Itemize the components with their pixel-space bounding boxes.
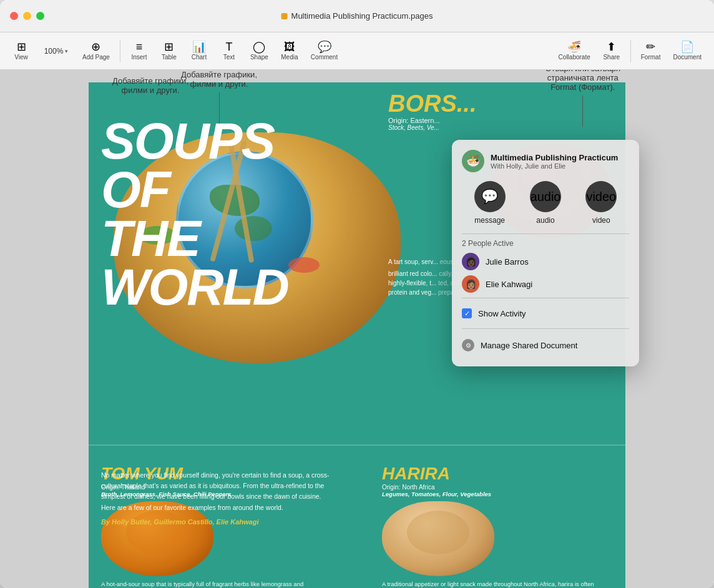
authors-label: By Holly Butler, Guillermo Castillo, Eli…: [101, 518, 258, 526]
insert-icon: ≡: [136, 41, 143, 52]
toolbar-separator-2: [630, 40, 631, 62]
collaborate-label: Collaborate: [559, 54, 590, 61]
bottom-paragraph-area: No matter where you find yourself dining…: [101, 470, 332, 513]
collab-actions: 💬 message audio audio video video: [462, 181, 629, 225]
video-button[interactable]: video: [585, 181, 617, 212]
collab-doc-title: Multimedia Publishing Practicum: [491, 153, 618, 162]
people-active-label: 2 People Active: [462, 239, 629, 248]
insert-label: Insert: [131, 54, 147, 61]
message-label: message: [474, 216, 505, 225]
harira-ingredients: Legumes, Tomatoes, Flour, Vegetables: [382, 491, 619, 497]
format-icon: ✏: [646, 41, 655, 52]
comment-button[interactable]: 💬 Comment: [306, 39, 343, 63]
view-button[interactable]: ⊞ View: [7, 39, 35, 63]
message-icon: 💬: [481, 189, 498, 205]
elie-name: Elie Kahwagi: [486, 280, 532, 289]
message-action[interactable]: 💬 message: [474, 181, 506, 225]
julie-avatar: 👩🏿: [462, 253, 479, 270]
chart-icon: 📊: [192, 41, 206, 52]
table-button[interactable]: ⊞ Table: [155, 39, 183, 63]
add-page-button[interactable]: ⊕ Add Page: [77, 39, 115, 63]
text-icon: T: [225, 41, 232, 52]
document-icon: 📄: [680, 41, 694, 52]
add-page-icon: ⊕: [91, 41, 100, 52]
shape-button[interactable]: ◯ Shape: [245, 39, 273, 63]
show-activity-option[interactable]: ✓ Show Activity: [462, 303, 629, 323]
collab-doc-subtitle: With Holly, Julie and Elie: [491, 162, 618, 170]
insert-button[interactable]: ≡ Insert: [125, 39, 153, 63]
audio-action[interactable]: audio audio: [530, 181, 561, 225]
show-activity-label: Show Activity: [478, 309, 526, 318]
harira-section: HARIRA Origin: North Africa Legumes, Tom…: [382, 464, 619, 588]
toolbar: ⊞ View 100% ▾ ⊕ Add Page ≡ Insert ⊞ Tabl…: [0, 32, 714, 70]
traffic-lights: [0, 12, 44, 20]
title-line3: THE: [101, 214, 288, 263]
collab-header: 🍜 Multimedia Publishing Practicum With H…: [462, 150, 629, 172]
authors-text: By Holly Butler, Guillermo Castillo, Eli…: [101, 516, 258, 527]
chart-button[interactable]: 📊 Chart: [185, 39, 213, 63]
shape-label: Shape: [250, 54, 268, 61]
audio-label: audio: [536, 216, 554, 225]
borscht-origin: Origin: Eastern...: [388, 117, 619, 124]
document-label: Document: [673, 54, 702, 61]
zoom-value: 100%: [44, 47, 64, 56]
audio-button[interactable]: audio: [530, 181, 561, 212]
app-window: Multimedia Publishing Practicum.pages ⊞ …: [0, 0, 714, 588]
media-button[interactable]: 🖼 Media: [276, 39, 303, 63]
collab-divider-3: [462, 328, 629, 329]
harira-desc: A traditional appetizer or light snack m…: [382, 580, 607, 588]
person-elie[interactable]: 👩🏽 Elie Kahwagi: [462, 275, 629, 293]
elie-avatar: 👩🏽: [462, 275, 479, 293]
video-action[interactable]: video video: [585, 181, 617, 225]
text-button[interactable]: T Text: [215, 39, 243, 63]
checkmark-icon: ✓: [464, 310, 470, 318]
close-button[interactable]: [10, 12, 18, 20]
share-icon: ⬆: [607, 41, 616, 52]
minimize-button[interactable]: [23, 12, 31, 20]
add-page-label: Add Page: [82, 54, 110, 61]
share-label: Share: [603, 54, 620, 61]
collaborate-icon: 🍜: [567, 41, 581, 52]
collab-divider-1: [462, 233, 629, 234]
table-icon: ⊞: [164, 41, 174, 52]
format-label: Format: [641, 54, 661, 61]
title-line4: WORLD: [101, 263, 288, 311]
collaborate-dropdown: 🍜 Multimedia Publishing Practicum With H…: [452, 140, 639, 366]
collab-divider-2: [462, 298, 629, 298]
document-button[interactable]: 📄 Document: [668, 39, 707, 63]
share-button[interactable]: ⬆ Share: [598, 39, 625, 63]
media-icon: 🖼: [284, 41, 295, 52]
chart-label: Chart: [192, 54, 207, 61]
harira-name: HARIRA: [382, 464, 619, 484]
title-line1: SOUPS: [101, 117, 288, 165]
comment-label: Comment: [311, 54, 338, 61]
message-button[interactable]: 💬: [474, 181, 506, 212]
title-line2: OF: [101, 165, 288, 214]
borscht-ingredients: Stock, Beets, Ve...: [388, 124, 619, 131]
view-icon: ⊞: [17, 41, 26, 52]
format-button[interactable]: ✏ Format: [636, 39, 666, 63]
title-label: Multimedia Publishing Practicum.pages: [291, 11, 433, 21]
titlebar: Multimedia Publishing Practicum.pages: [0, 0, 714, 32]
harira-origin: Origin: North Africa: [382, 484, 619, 491]
zoom-control[interactable]: 100% ▾: [37, 44, 75, 58]
shape-icon: ◯: [253, 41, 265, 52]
person-julie[interactable]: 👩🏿 Julie Barros: [462, 253, 629, 270]
fullscreen-button[interactable]: [36, 12, 44, 20]
media-label: Media: [281, 54, 298, 61]
file-icon: [281, 13, 288, 19]
show-activity-checkbox[interactable]: ✓: [462, 308, 472, 318]
borscht-section: BORS... Origin: Eastern... Stock, Beets,…: [388, 92, 619, 131]
main-title: SOUPS OF THE WORLD: [101, 117, 288, 311]
manage-icon: ⚙: [462, 339, 474, 351]
comment-icon: 💬: [318, 41, 331, 52]
bottom-paragraph: No matter where you find yourself dining…: [101, 470, 332, 513]
manage-label: Manage Shared Document: [481, 341, 577, 350]
collab-doc-avatar: 🍜: [462, 150, 484, 172]
view-label: View: [14, 54, 28, 61]
collaborate-button[interactable]: 🍜 Collaborate: [554, 39, 595, 63]
text-label: Text: [223, 54, 235, 61]
harira-bowl: [382, 501, 494, 576]
manage-shared-option[interactable]: ⚙ Manage Shared Document: [462, 334, 629, 356]
collab-header-text: Multimedia Publishing Practicum With Hol…: [491, 153, 618, 170]
